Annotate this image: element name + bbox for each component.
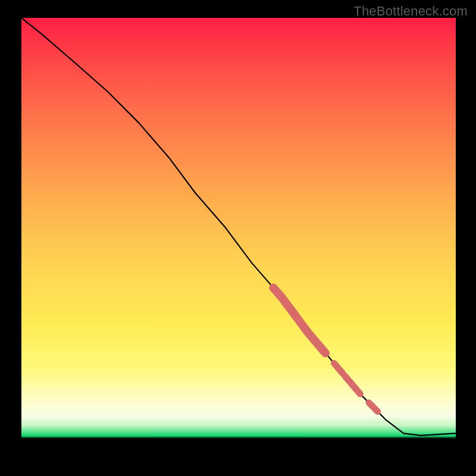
plot-area xyxy=(21,18,456,455)
bottleneck-curve xyxy=(21,18,456,436)
chart-frame: TheBottleneck.com xyxy=(0,0,476,476)
highlight-segment xyxy=(273,288,325,353)
highlight-segment xyxy=(334,364,343,374)
highlight-segment xyxy=(345,376,361,394)
curve-layer xyxy=(21,18,456,436)
watermark-text: TheBottleneck.com xyxy=(353,4,468,19)
curve-overlay xyxy=(21,18,456,455)
highlight-segment xyxy=(369,403,378,412)
